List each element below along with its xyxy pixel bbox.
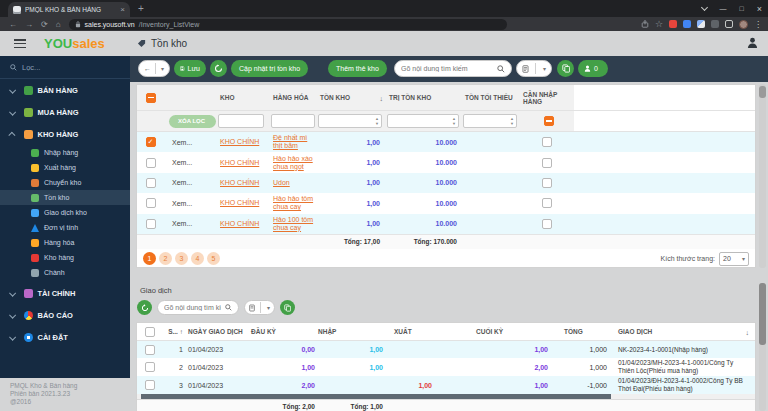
table-row[interactable]: Xem... KHO CHÍNH Hảo hảo xào chua ngọt 1… bbox=[137, 152, 755, 172]
table-row[interactable]: Xem... KHO CHÍNH Hảo hảo tôm chua cay 1,… bbox=[137, 193, 755, 213]
extension-icon[interactable] bbox=[697, 20, 705, 28]
scrollbar-thumb[interactable] bbox=[759, 86, 766, 98]
sidebar-item-tai-chinh[interactable]: TÀI CHÍNH bbox=[0, 282, 130, 304]
transactions-search[interactable] bbox=[157, 300, 239, 315]
col-nhap[interactable]: NHẬP bbox=[318, 328, 386, 335]
sidebar-item-chanh[interactable]: Chành bbox=[0, 265, 130, 280]
sidebar-item-giao-dich-kho[interactable]: Giao dịch kho bbox=[0, 205, 130, 220]
export-split-button[interactable]: ▾ bbox=[516, 60, 552, 77]
col-cuoi-ky[interactable]: CUỐI KỲ bbox=[468, 328, 551, 335]
window-close-button[interactable]: × bbox=[757, 4, 762, 14]
sidebar-item-hang-hoa[interactable]: Hàng hóa bbox=[0, 235, 130, 250]
add-stock-card-button[interactable]: Thêm thẻ kho bbox=[328, 60, 387, 77]
window-minimize-button[interactable]: — bbox=[720, 5, 727, 12]
row-checkbox[interactable]: ✓ bbox=[146, 137, 156, 147]
select-all-checkbox[interactable] bbox=[145, 327, 155, 337]
update-inventory-value-button[interactable]: Cập nhật trị tồn kho bbox=[231, 60, 308, 77]
tab-close-icon[interactable]: × bbox=[120, 6, 125, 14]
transactions-copy-button[interactable] bbox=[280, 300, 295, 315]
table-row[interactable]: Xem... KHO CHÍNH Hảo 100 tôm chua cay 1,… bbox=[137, 214, 755, 234]
page-button[interactable]: 4 bbox=[191, 252, 204, 265]
search-icon[interactable] bbox=[497, 65, 505, 73]
back-icon[interactable]: ← bbox=[144, 65, 151, 72]
inventory-search-input[interactable] bbox=[401, 65, 493, 72]
user-account-icon[interactable] bbox=[747, 37, 758, 49]
scrollbar-thumb[interactable] bbox=[759, 283, 766, 345]
warehouse-link[interactable]: KHO CHÍNH bbox=[220, 179, 259, 187]
page-button[interactable]: 2 bbox=[159, 252, 172, 265]
back-icon[interactable]: ← bbox=[9, 20, 17, 29]
browser-menu-icon[interactable]: ⋮ bbox=[754, 20, 762, 29]
row-checkbox[interactable] bbox=[146, 198, 156, 208]
copy-button[interactable] bbox=[557, 60, 574, 77]
col-ngay-giao-dich[interactable]: NGÀY GIAO DỊCH bbox=[183, 328, 246, 335]
col-can-nhap-hang[interactable]: CẦN NHẬP HÀNG bbox=[519, 91, 574, 105]
view-link[interactable]: Xem... bbox=[164, 179, 216, 186]
reload-icon[interactable]: ⟳ bbox=[41, 20, 48, 29]
refresh-button[interactable] bbox=[210, 60, 227, 77]
filter-hang-hoa-input[interactable] bbox=[271, 114, 315, 128]
warehouse-link[interactable]: KHO CHÍNH bbox=[220, 220, 259, 228]
can-nhap-checkbox[interactable] bbox=[542, 219, 552, 229]
table-row[interactable]: 1 01/04/2023 0,00 1,00 1,00 1,000 NK-202… bbox=[137, 341, 755, 358]
sidebar-item-xuat-hang[interactable]: Xuất hàng bbox=[0, 160, 130, 175]
can-nhap-checkbox[interactable] bbox=[542, 158, 552, 168]
filter-tri-ton-kho-input[interactable]: ▲▼ bbox=[387, 114, 459, 128]
sort-desc-icon[interactable]: ↓ bbox=[380, 94, 384, 101]
warehouse-link[interactable]: KHO CHÍNH bbox=[220, 159, 259, 167]
online-users-button[interactable]: 0 bbox=[578, 60, 608, 77]
page-size-select[interactable]: 20 ▾ bbox=[719, 252, 749, 266]
sort-desc-icon[interactable]: ↓ bbox=[746, 328, 750, 335]
app-logo[interactable]: YOUsales bbox=[44, 36, 105, 51]
sidebar-item-ban-hang[interactable]: BÁN HÀNG bbox=[0, 79, 130, 101]
clear-filter-button[interactable]: XÓA LỌC bbox=[169, 115, 216, 128]
warehouse-link[interactable]: KHO CHÍNH bbox=[220, 138, 259, 146]
transactions-search-input[interactable] bbox=[164, 304, 221, 311]
row-checkbox[interactable] bbox=[146, 219, 156, 229]
col-xuat[interactable]: XUẤT bbox=[386, 328, 468, 335]
window-maximize-button[interactable]: □ bbox=[740, 5, 744, 12]
sidebar-item-bao-cao[interactable]: BÁO CÁO bbox=[0, 304, 130, 326]
table-row[interactable]: 2 01/04/2023 1,00 1,00 2,00 1,000 01/04/… bbox=[137, 358, 755, 376]
caret-down-icon[interactable]: ▾ bbox=[543, 65, 546, 72]
can-nhap-checkbox[interactable] bbox=[542, 198, 552, 208]
sidebar-item-mua-hang[interactable]: MUA HÀNG bbox=[0, 101, 130, 123]
warehouse-link[interactable]: KHO CHÍNH bbox=[220, 199, 259, 207]
vertical-scrollbar[interactable] bbox=[759, 84, 766, 268]
sidebar-filter[interactable]: Lọc... bbox=[0, 56, 130, 79]
sidebar-item-kho-hang-sub[interactable]: Kho hàng bbox=[0, 250, 130, 265]
window-menu-icon[interactable] bbox=[700, 4, 707, 11]
col-dau-ky[interactable]: ĐẦU KỲ bbox=[246, 328, 318, 335]
transactions-refresh-button[interactable] bbox=[137, 300, 152, 315]
caret-down-icon[interactable]: ▾ bbox=[161, 65, 164, 72]
product-link[interactable]: Hảo hảo tôm chua cay bbox=[273, 195, 316, 211]
row-checkbox[interactable] bbox=[146, 158, 156, 168]
table-row[interactable]: Xem... KHO CHÍNH Udon 1,00 10.000 bbox=[137, 173, 755, 193]
page-button[interactable]: 3 bbox=[175, 252, 188, 265]
col-tri-ton-kho[interactable]: TRỊ TỒN KHO bbox=[384, 94, 461, 101]
extension-icon[interactable] bbox=[669, 20, 677, 28]
sidebar-item-don-vi-tinh[interactable]: Đơn vị tính bbox=[0, 220, 130, 235]
browser-tab[interactable]: PMQL KHO & BÁN HÀNG × bbox=[8, 2, 130, 17]
col-tong[interactable]: TỔNG bbox=[551, 328, 610, 335]
new-tab-button[interactable]: + bbox=[138, 2, 144, 16]
product-link[interactable]: Hảo hảo xào chua ngọt bbox=[273, 155, 316, 171]
table-row[interactable]: ✓ Xem... KHO CHÍNH Đệ nhất mì thịt bằm 1… bbox=[137, 132, 755, 152]
col-kho[interactable]: KHO bbox=[216, 94, 269, 101]
sidebar-item-nhap-hang[interactable]: Nhập hàng bbox=[0, 145, 130, 160]
sidebar-item-kho-hang[interactable]: KHO HÀNG bbox=[0, 123, 130, 145]
page-button[interactable]: 5 bbox=[207, 252, 220, 265]
col-ton-toi-thieu[interactable]: TỒN TỐI THIỂU bbox=[461, 94, 519, 101]
save-button[interactable]: Lưu bbox=[174, 60, 206, 77]
search-icon[interactable] bbox=[225, 304, 232, 311]
col-giao-dich[interactable]: GIAO DỊCH bbox=[610, 328, 755, 335]
filter-kho-input[interactable] bbox=[218, 114, 264, 128]
split-view-icon[interactable] bbox=[725, 20, 733, 28]
select-all-checkbox[interactable] bbox=[146, 93, 156, 103]
home-icon[interactable]: ⌂ bbox=[56, 20, 61, 29]
caret-down-icon[interactable]: ▾ bbox=[267, 304, 270, 311]
page-button[interactable]: 1 bbox=[143, 252, 156, 265]
forward-icon[interactable]: → bbox=[25, 20, 33, 29]
hamburger-menu-icon[interactable] bbox=[14, 39, 26, 50]
filter-can-nhap-checkbox[interactable] bbox=[544, 116, 554, 126]
